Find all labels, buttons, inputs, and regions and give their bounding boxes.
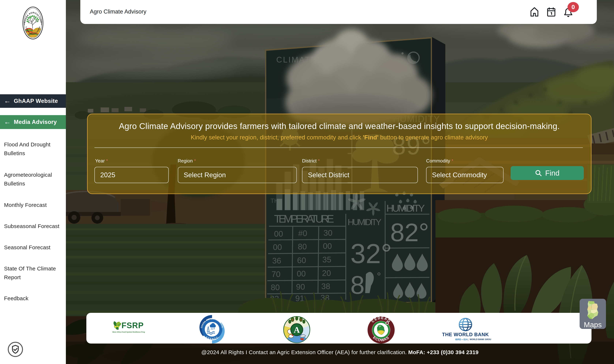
svg-text:FSRP: FSRP xyxy=(122,321,144,330)
svg-text:A: A xyxy=(294,325,300,335)
svg-text:West Africa Food System Resili: West Africa Food System Resilience Progr… xyxy=(112,331,145,333)
svg-text:IBRD • IDA: IBRD • IDA xyxy=(455,338,468,341)
svg-text:|: | xyxy=(468,338,469,341)
svg-text:THE WORLD BANK: THE WORLD BANK xyxy=(442,332,489,337)
svg-text:WORLD BANK GROUP: WORLD BANK GROUP xyxy=(470,338,491,340)
